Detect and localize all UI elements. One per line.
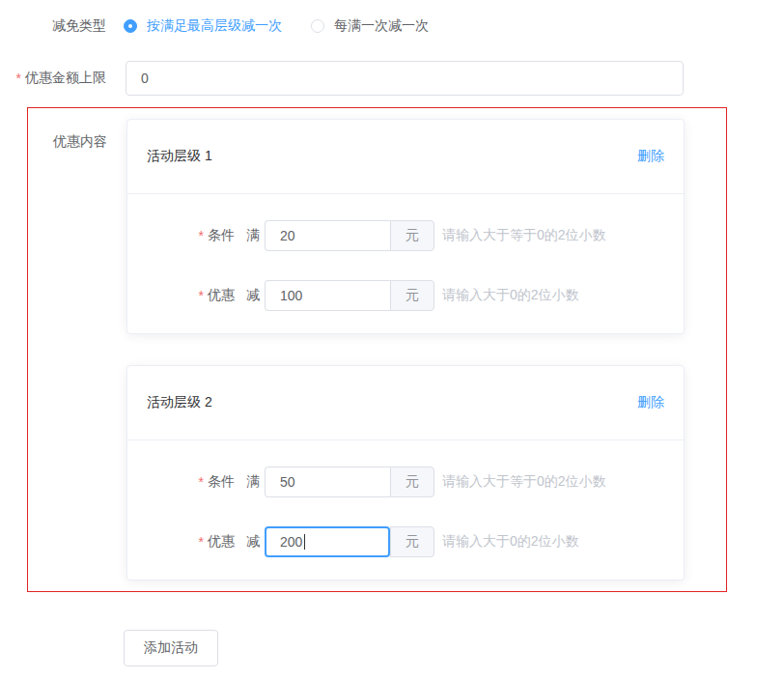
radio-unselected-icon — [311, 19, 324, 33]
tier-2-discount-row: * 优惠 减 元 请输入大于0的2位小数 — [147, 526, 664, 557]
required-asterisk: * — [199, 288, 204, 303]
required-asterisk: * — [199, 534, 204, 550]
add-activity-button[interactable]: 添加活动 — [124, 630, 218, 666]
tier-1-header: 活动层级 1 删除 — [127, 120, 684, 194]
currency-unit-suffix: 元 — [390, 220, 434, 251]
tier-1-condition-row: * 条件 满 元 请输入大于等于0的2位小数 — [147, 220, 664, 251]
discount-prefix-text: 减 — [246, 533, 260, 551]
discount-content-section: 优惠内容 活动层级 1 删除 * 条件 满 — [27, 107, 727, 592]
currency-unit-suffix: 元 — [390, 526, 434, 557]
tier-2-condition-label: * 条件 满 — [147, 473, 260, 491]
amount-cap-row: * 优惠金额上限 — [0, 61, 784, 96]
reduction-type-radio-group: 按满足最高层级减一次 每满一次减一次 — [124, 17, 429, 35]
discount-prefix-text: 减 — [246, 287, 260, 304]
tier-1-condition-input-group: 元 — [265, 220, 434, 251]
discount-label-text: 优惠 — [208, 533, 235, 551]
tier-2-condition-row: * 条件 满 元 请输入大于等于0的2位小数 — [147, 467, 664, 497]
amount-cap-label-text: 优惠金额上限 — [25, 70, 106, 87]
condition-prefix-text: 满 — [246, 473, 260, 491]
tier-2-discount-label: * 优惠 减 — [147, 533, 260, 551]
required-asterisk: * — [199, 474, 204, 490]
tier-2-delete-link[interactable]: 删除 — [637, 394, 664, 411]
condition-hint-text: 请输入大于等于0的2位小数 — [442, 227, 606, 244]
tier-1-delete-link[interactable]: 删除 — [637, 148, 664, 165]
tier-1-condition-input[interactable] — [265, 220, 390, 251]
condition-prefix-text: 满 — [246, 227, 260, 244]
condition-hint-text: 请输入大于等于0的2位小数 — [442, 473, 606, 491]
discount-label-text: 优惠 — [208, 287, 235, 304]
tier-2-discount-input-group: 元 — [265, 526, 434, 557]
tier-2-discount-input-focused[interactable] — [265, 526, 390, 557]
tier-2-condition-input-group: 元 — [265, 467, 434, 497]
tier-card-1: 活动层级 1 删除 * 条件 满 元 请输入大于等于 — [126, 119, 685, 334]
currency-unit-suffix: 元 — [390, 280, 434, 311]
reduction-type-row: 减免类型 按满足最高层级减一次 每满一次减一次 — [0, 15, 784, 37]
tier-list: 活动层级 1 删除 * 条件 满 元 请输入大于等于 — [126, 119, 685, 580]
discount-hint-text: 请输入大于0的2位小数 — [442, 287, 579, 304]
required-asterisk: * — [16, 71, 21, 86]
required-asterisk: * — [199, 228, 204, 243]
tier-1-title: 活动层级 1 — [147, 148, 212, 165]
tier-2-body: * 条件 满 元 请输入大于等于0的2位小数 * 优惠 — [127, 440, 684, 580]
tier-1-discount-row: * 优惠 减 元 请输入大于0的2位小数 — [147, 280, 664, 311]
condition-label-text: 条件 — [208, 227, 235, 244]
radio-option-highest-tier[interactable]: 按满足最高层级减一次 — [124, 17, 282, 35]
condition-label-text: 条件 — [208, 473, 235, 491]
radio-option-every-time[interactable]: 每满一次减一次 — [311, 17, 429, 35]
radio-option-label: 每满一次减一次 — [334, 17, 429, 35]
discount-content-label: 优惠内容 — [28, 119, 107, 151]
tier-1-condition-label: * 条件 满 — [147, 227, 260, 244]
promotion-form: 减免类型 按满足最高层级减一次 每满一次减一次 * 优惠金额上限 优惠内容 — [0, 0, 784, 666]
tier-2-header: 活动层级 2 删除 — [127, 366, 684, 440]
tier-card-2: 活动层级 2 删除 * 条件 满 元 请输入大于等于 — [126, 365, 685, 580]
tier-2-title: 活动层级 2 — [147, 394, 212, 411]
radio-option-label: 按满足最高层级减一次 — [147, 17, 282, 35]
discount-hint-text: 请输入大于0的2位小数 — [442, 533, 579, 551]
radio-selected-icon — [124, 19, 137, 33]
tier-1-discount-label: * 优惠 减 — [147, 287, 260, 304]
reduction-type-label: 减免类型 — [0, 17, 106, 35]
amount-cap-label: * 优惠金额上限 — [0, 70, 106, 87]
currency-unit-suffix: 元 — [390, 467, 434, 497]
amount-cap-input[interactable] — [126, 61, 684, 96]
tier-2-condition-input[interactable] — [265, 467, 390, 497]
tier-1-body: * 条件 满 元 请输入大于等于0的2位小数 * 优惠 — [127, 194, 684, 333]
text-cursor — [304, 534, 305, 550]
tier-1-discount-input[interactable] — [265, 280, 390, 311]
tier-1-discount-input-group: 元 — [265, 280, 434, 311]
